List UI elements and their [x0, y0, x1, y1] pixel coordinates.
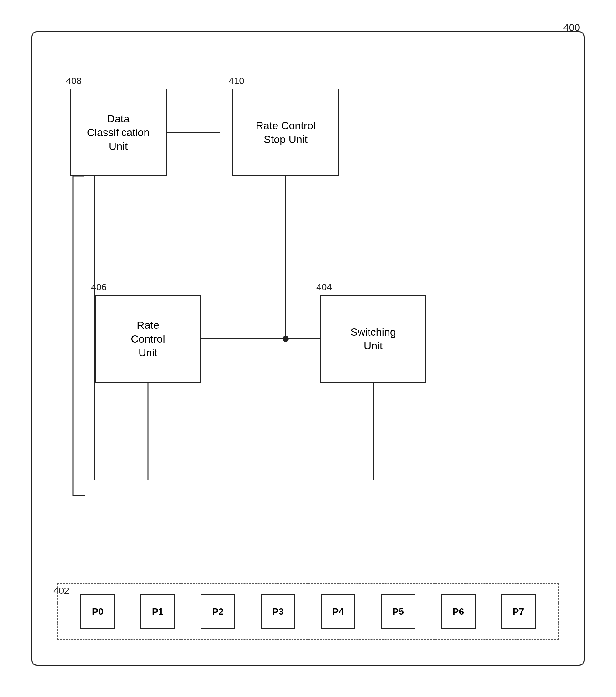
block-data-classification: DataClassificationUnit: [70, 89, 167, 176]
block-410-text: Rate ControlStop Unit: [256, 119, 316, 146]
block-406-text: RateControlUnit: [131, 318, 165, 360]
ref-406-label: 406: [91, 282, 107, 293]
ref-404-label: 404: [316, 282, 332, 293]
port-p2: P2: [201, 594, 235, 629]
ref-410-label: 410: [229, 75, 244, 86]
svg-point-4: [282, 336, 289, 342]
main-box: 408 DataClassificationUnit 410 Rate Cont…: [31, 31, 585, 666]
port-p5: P5: [381, 594, 415, 629]
port-p0: P0: [80, 594, 115, 629]
port-p1: P1: [141, 594, 175, 629]
block-switching: SwitchingUnit: [320, 295, 426, 383]
block-404-text: SwitchingUnit: [350, 325, 396, 353]
ref-408-label: 408: [66, 75, 82, 86]
port-p3: P3: [261, 594, 295, 629]
port-p7: P7: [501, 594, 536, 629]
ports-container: P0 P1 P2 P3 P4 P5 P6 P7: [57, 583, 559, 640]
block-rate-control: RateControlUnit: [95, 295, 201, 383]
block-rate-control-stop: Rate ControlStop Unit: [232, 89, 339, 176]
diagram-container: 400: [19, 19, 597, 678]
port-p4: P4: [321, 594, 355, 629]
block-408-text: DataClassificationUnit: [87, 112, 149, 153]
port-p6: P6: [441, 594, 475, 629]
